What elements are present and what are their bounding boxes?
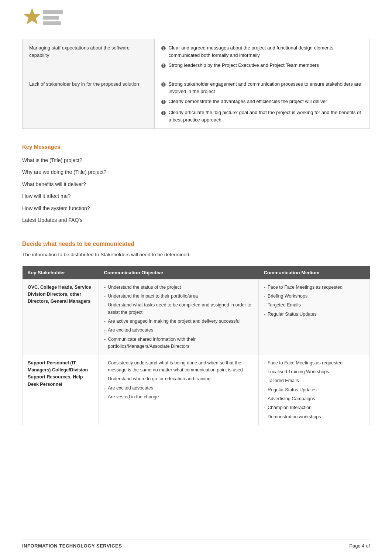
list-item: How will it affect me?	[22, 190, 370, 202]
table-row: Lack of stakeholder buy in for the propo…	[23, 75, 370, 129]
mitigation-text: Strong stakeholder engagement and commun…	[169, 80, 363, 95]
bullet-item: ➊ Strong stakeholder engagement and comm…	[161, 80, 363, 95]
risk-table: Managing staff expectations about the so…	[22, 39, 370, 129]
dash-icon: -	[264, 293, 265, 300]
obj-item: - Understand the impact to their portfol…	[104, 293, 253, 300]
list-item: Why are we doing the (Title) project?	[22, 166, 370, 178]
med-item: - Targeted Emails	[264, 302, 364, 309]
objectives-cell-1: - Understand the status of the project -…	[99, 279, 259, 355]
list-item: Latest Updates and FAQ’s	[22, 214, 370, 226]
obj-text: Are excited advocates	[108, 327, 153, 334]
stakeholder-name-2: Support Personnel (IT Managers) College/…	[28, 360, 88, 387]
bullet-item: ➊ Clearly demonstrate the advantages and…	[161, 98, 363, 106]
mediums-cell-2: - Face to Face Meetings as requested - L…	[258, 355, 369, 425]
obj-text: Are excited advocates	[108, 385, 153, 392]
med-text: Regular Status Updates	[268, 387, 317, 394]
med-text: Face to Face Meetings as requested	[268, 284, 343, 291]
bullet-icon: ➊	[161, 98, 166, 106]
page: Managing staff expectations about the so…	[0, 0, 392, 556]
bullet-item: ➊ Clearly articulate the ‘big picture’ g…	[161, 109, 363, 123]
dash-icon: -	[264, 377, 265, 384]
obj-item: - Are active engaged in making the proje…	[104, 318, 253, 325]
mitigation-text: Clearly demonstrate the advantages and e…	[169, 98, 327, 105]
med-text: Briefing Workshops	[268, 293, 307, 300]
med-item: - Briefing Workshops	[264, 293, 364, 300]
dash-icon: -	[104, 385, 106, 392]
med-text: Targeted Emails	[268, 302, 301, 309]
obj-text: Understand where to go for education and…	[108, 375, 210, 382]
key-messages-section: Key Messages What is the (Title) project…	[22, 144, 370, 226]
bullet-icon: ➊	[161, 45, 166, 52]
dash-icon: -	[264, 311, 265, 318]
obj-item: - Understand what tasks need to be compl…	[104, 302, 253, 316]
obj-text: Consistently understand what is being do…	[108, 360, 253, 374]
obj-text: Understand the impact to their portfolio…	[108, 293, 198, 300]
risk-label-1: Managing staff expectations about the so…	[23, 39, 155, 75]
stakeholder-cell-1: OVC, College Heads, Service Division Dir…	[23, 279, 99, 355]
footer-left-text: INFORMATION TECHNOLOGY SERVICES	[22, 543, 122, 549]
dash-icon: -	[264, 368, 265, 375]
obj-item: - Understand where to go for education a…	[104, 375, 253, 382]
dash-icon: -	[264, 404, 265, 411]
key-messages-title: Key Messages	[22, 144, 370, 150]
obj-text: Understand the status of the project	[108, 284, 181, 291]
footer: INFORMATION TECHNOLOGY SERVICES Page 4 o…	[22, 539, 370, 549]
risk-mitigation-2: ➊ Strong stakeholder engagement and comm…	[154, 75, 369, 129]
med-text: Face to Face Meetings as requested	[268, 360, 343, 367]
col-header-medium: Communication Medium	[258, 266, 369, 279]
dash-icon: -	[104, 394, 106, 401]
med-item: - Champion Interaction	[264, 404, 364, 411]
obj-item: - Are vested in the change	[104, 394, 253, 401]
obj-text: Are vested in the change	[108, 394, 159, 401]
dash-icon: -	[104, 336, 106, 343]
table-header-row: Key Stakeholder Communication Objective …	[23, 266, 370, 279]
obj-item: - Communicate shared information with th…	[104, 336, 253, 350]
logo-star-icon	[22, 7, 42, 26]
dash-icon: -	[264, 360, 265, 367]
bullet-item: ➊ Strong leadership by the Project Execu…	[161, 62, 363, 70]
table-row: OVC, College Heads, Service Division Dir…	[23, 279, 370, 355]
obj-item: - Are excited advocates	[104, 385, 253, 392]
obj-text: Are active engaged in making the project…	[108, 318, 240, 325]
footer-right-text: Page 4 of	[349, 543, 370, 549]
med-item: - Tailored Emails	[264, 377, 364, 384]
med-text: Champion Interaction	[268, 404, 312, 411]
table-row: Managing staff expectations about the so…	[23, 39, 370, 75]
med-item: - Demonstration workshops	[264, 413, 364, 421]
list-item: How will the system function?	[22, 202, 370, 214]
list-item: What is the (Title) project?	[22, 154, 370, 166]
bullet-item: ➊ Clear and agreed messages about the pr…	[161, 44, 363, 59]
header-logo	[22, 7, 370, 28]
decide-description: The information to be distributed to Sta…	[22, 251, 370, 258]
stakeholder-cell-2: Support Personnel (IT Managers) College/…	[23, 355, 99, 425]
obj-item: - Understand the status of the project	[104, 284, 253, 291]
comm-table: Key Stakeholder Communication Objective …	[22, 266, 370, 426]
dash-icon: -	[264, 302, 265, 309]
med-text: Regular Status Updates	[268, 311, 317, 318]
col-header-objective: Communication Objective	[99, 266, 259, 279]
obj-item: - Are excited advocates	[104, 327, 253, 334]
med-text: Tailored Emails	[268, 377, 299, 384]
stakeholder-name-1: OVC, College Heads, Service Division Dir…	[28, 285, 91, 304]
obj-item: - Consistently understand what is being …	[104, 360, 253, 374]
bullet-icon: ➊	[161, 62, 166, 70]
col-header-stakeholder: Key Stakeholder	[23, 266, 99, 279]
mitigation-text: Clearly articulate the ‘big picture’ goa…	[169, 109, 363, 123]
med-item: - Regular Status Updates	[264, 387, 364, 394]
dash-icon: -	[104, 375, 106, 382]
svg-marker-0	[24, 8, 41, 24]
med-item: - Regular Status Updates	[264, 311, 364, 318]
dash-icon: -	[104, 284, 106, 291]
key-messages-list: What is the (Title) project? Why are we …	[22, 154, 370, 226]
decide-section: Decide what needs to be communicated The…	[22, 241, 370, 258]
med-text: Localised Training Workshops	[268, 368, 329, 375]
risk-mitigation-1: ➊ Clear and agreed messages about the pr…	[154, 39, 369, 75]
med-text: Demonstration workshops	[268, 413, 321, 421]
obj-text: Understand what tasks need to be complet…	[108, 302, 253, 316]
mediums-cell-1: - Face to Face Meetings as requested - B…	[258, 279, 369, 355]
med-item: - Face to Face Meetings as requested	[264, 284, 364, 291]
med-item: - Face to Face Meetings as requested	[264, 360, 364, 367]
dash-icon: -	[104, 327, 106, 334]
dash-icon: -	[104, 318, 106, 325]
med-item: - Advertising Campaigns	[264, 395, 364, 402]
